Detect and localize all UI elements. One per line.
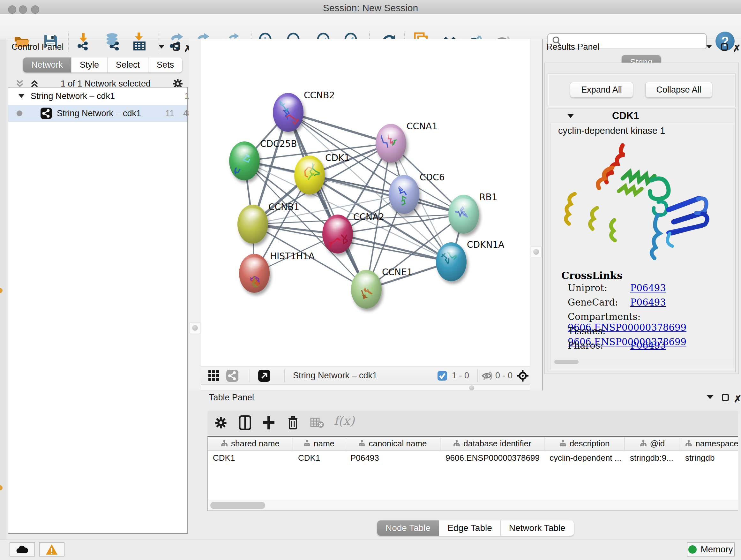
column-header-namespace[interactable]: namespace	[680, 437, 738, 450]
close-panel-icon[interactable]: ✗	[734, 393, 741, 405]
warnings-button[interactable]	[39, 543, 64, 557]
node-label: CCNE1	[382, 267, 413, 277]
right-splitter-handle[interactable]	[531, 246, 542, 257]
table-row[interactable]: CDK1CDK1P064939606.ENSP00000378699cyclin…	[208, 450, 738, 465]
tab-node-table[interactable]: Node Table	[377, 520, 439, 536]
selected-checkbox[interactable]	[437, 371, 448, 381]
disclosure-triangle-icon[interactable]	[18, 94, 25, 99]
column-header-description[interactable]: description	[544, 437, 625, 450]
network-edge[interactable]	[288, 112, 391, 143]
nav-separator	[284, 369, 285, 382]
table-hscrollbar[interactable]	[208, 500, 738, 510]
expand-all-button[interactable]: Expand All	[570, 82, 633, 98]
status-bar: Memory	[0, 540, 741, 560]
network-node-ccne1[interactable]: CCNE1	[351, 267, 413, 309]
create-column-icon[interactable]	[260, 415, 277, 431]
memory-button[interactable]: Memory	[687, 543, 735, 557]
crosslink-label: Tissues:	[568, 326, 630, 336]
float-panel-icon[interactable]	[706, 395, 714, 400]
node-label: CCNA1	[407, 121, 437, 132]
crosslink-label: Pharos:	[568, 340, 630, 351]
node-label: CDK1	[325, 152, 350, 163]
table-hscroll-thumb[interactable]	[210, 502, 265, 509]
tab-network[interactable]: Network	[23, 57, 71, 72]
delete-table-icon[interactable]	[309, 415, 326, 431]
node-label: CCNB1	[268, 202, 299, 212]
float-panel-icon[interactable]	[158, 44, 165, 49]
main-toolbar: ?	[0, 14, 741, 39]
strip-icon	[0, 288, 3, 293]
maximize-panel-icon[interactable]	[722, 393, 729, 401]
network-list: String Network – cdk1 1 String Network –…	[8, 87, 188, 534]
column-header-at-id[interactable]: @id	[625, 437, 680, 450]
crosslink-label: GeneCard:	[568, 297, 630, 308]
cloud-status-button[interactable]	[10, 543, 35, 557]
crosslink-link[interactable]: P06493	[630, 283, 666, 294]
column-header-name[interactable]: name	[293, 437, 345, 450]
crosslink-link[interactable]: P06493	[630, 340, 666, 351]
collapse-all-button[interactable]: Collapse All	[645, 82, 712, 98]
column-header-shared-name[interactable]: shared name	[208, 437, 293, 450]
network-row[interactable]: String Network – cdk1 11 48	[8, 105, 187, 122]
network-type-icon	[40, 107, 52, 119]
network-node-ccna1[interactable]: CCNA1	[376, 121, 437, 163]
results-hscroll-thumb[interactable]	[554, 360, 579, 364]
right-splitter[interactable]	[530, 39, 543, 390]
collection-label: String Network – cdk1	[30, 91, 115, 101]
float-panel-icon[interactable]	[705, 44, 713, 49]
delete-column-icon[interactable]	[285, 415, 301, 431]
network-node-rb1[interactable]: RB1	[448, 192, 497, 234]
node-label: HIST1H1A	[270, 251, 315, 261]
window-title: Session: New Session	[0, 3, 741, 13]
maximize-panel-icon[interactable]	[172, 43, 180, 51]
collapse-triangle-icon[interactable]	[567, 113, 575, 119]
protein-details: cyclin-dependent kinase 1	[550, 123, 733, 370]
left-splitter-handle[interactable]	[190, 322, 200, 333]
table-panel-header: Table Panel ✗	[209, 393, 739, 406]
maximize-panel-icon[interactable]	[721, 43, 728, 51]
crosslink-link[interactable]: P06493	[630, 297, 666, 308]
bottom-splitter-handle[interactable]	[469, 385, 474, 390]
results-panel-title: Results Panel	[546, 42, 600, 52]
detach-view-icon[interactable]	[257, 369, 271, 383]
left-splitter[interactable]	[189, 39, 201, 390]
column-header-canonical-name[interactable]: canonical name	[345, 437, 441, 450]
selected-node-edge-counts: 1 - 0	[452, 371, 469, 381]
node-label: CDC6	[420, 172, 445, 183]
network-node-cdc25b[interactable]: CDC25B	[229, 138, 297, 180]
network-collection-row[interactable]: String Network – cdk1 1	[8, 87, 187, 105]
protein-card-header[interactable]: CDK1	[548, 109, 735, 123]
table-cell: 9606.ENSP00000378699	[441, 450, 544, 465]
apply-function-icon[interactable]: f(x)	[334, 414, 354, 428]
birds-eye-view-icon[interactable]	[516, 369, 530, 383]
results-actions-box: Expand All Collapse All	[548, 73, 736, 107]
network-view-icon[interactable]	[225, 369, 239, 383]
bottom-splitter[interactable]	[201, 385, 530, 390]
column-header-database-identifier[interactable]: database identifier	[441, 437, 544, 450]
tab-style[interactable]: Style	[71, 57, 108, 72]
protein-structure-image	[556, 139, 729, 267]
tab-select[interactable]: Select	[108, 57, 148, 72]
network-node-hist1h1a[interactable]: HIST1H1A	[239, 251, 315, 293]
table-options-gear-icon[interactable]	[212, 415, 229, 431]
table-cell: P06493	[345, 450, 441, 465]
results-hscrollbar[interactable]	[553, 359, 733, 365]
tab-edge-table[interactable]: Edge Table	[439, 520, 501, 536]
network-node-ccnb2[interactable]: CCNB2	[273, 90, 335, 132]
control-panel-title: Control Panel	[11, 42, 64, 52]
close-panel-icon[interactable]: ✗	[733, 43, 741, 54]
hidden-eye-slash-icon[interactable]	[481, 369, 495, 383]
tab-network-table[interactable]: Network Table	[501, 520, 574, 536]
network-canvas[interactable]: CCNB2CCNA1CDC25BCDK1CDC6RB1CCNB1CCNA2CDK…	[201, 39, 530, 367]
table-panel-title: Table Panel	[209, 393, 254, 402]
network-view-title: String Network – cdk1	[293, 371, 377, 381]
network-node-cdkn1a[interactable]: CDKN1A	[436, 240, 504, 281]
hidden-node-edge-counts: 0 - 0	[495, 371, 513, 381]
node-label: RB1	[479, 192, 497, 202]
control-panel-tabs: NetworkStyleSelectSets	[23, 57, 182, 72]
show-columns-icon[interactable]	[237, 415, 253, 431]
grid-view-icon[interactable]	[207, 369, 221, 383]
collapsed-side-strip[interactable]	[0, 39, 6, 540]
tab-sets[interactable]: Sets	[148, 57, 182, 72]
string-network-graph[interactable]: CCNB2CCNA1CDC25BCDK1CDC6RB1CCNB1CCNA2CDK…	[201, 39, 530, 367]
